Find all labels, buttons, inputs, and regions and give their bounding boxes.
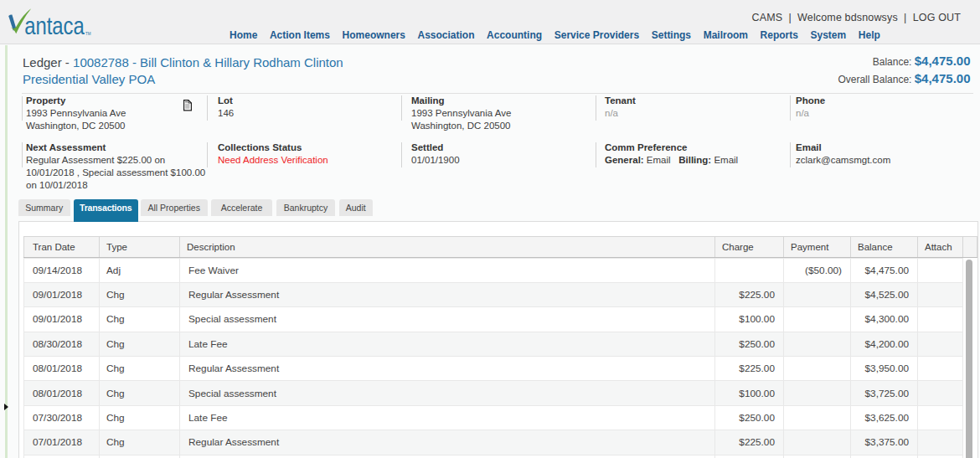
svg-text:TM: TM xyxy=(85,32,91,36)
svg-text:antaca: antaca xyxy=(24,12,85,39)
